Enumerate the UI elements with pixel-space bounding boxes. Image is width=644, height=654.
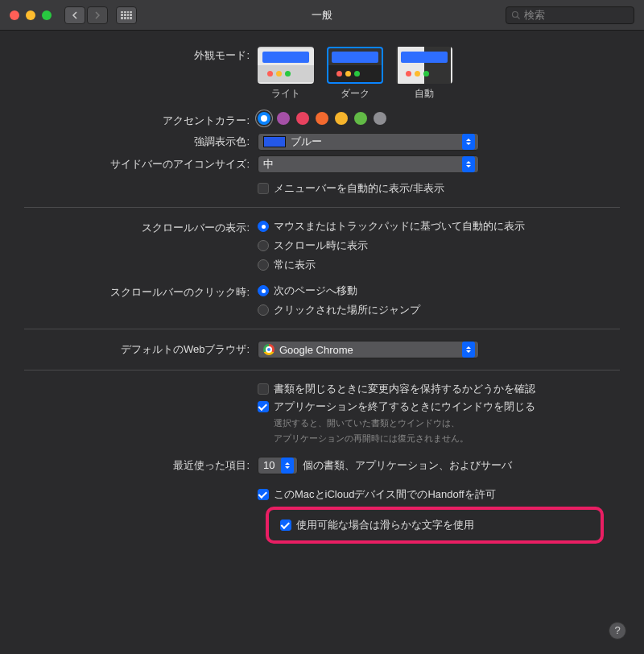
accent-color-1[interactable] <box>277 112 290 125</box>
menubar-autohide-label: メニューバーを自動的に表示/非表示 <box>274 181 444 196</box>
search-input[interactable]: 検索 <box>506 6 634 24</box>
scrollClick-radio-1[interactable] <box>258 304 269 316</box>
close-windows-hint1: 選択すると、開いていた書類とウインドウは、 <box>274 417 620 429</box>
scrollbar-show-label: スクロールバーの表示: <box>24 219 258 235</box>
highlight-label: 強調表示色: <box>24 133 258 149</box>
scrollShow-radio-2[interactable] <box>258 259 269 271</box>
grid-icon <box>121 11 132 19</box>
accent-color-0[interactable] <box>258 112 270 125</box>
back-button[interactable] <box>64 6 85 24</box>
scrollShow-radio-0[interactable] <box>258 221 269 232</box>
recent-items-select[interactable]: 10 <box>258 457 298 474</box>
menubar-autohide-checkbox[interactable] <box>258 183 269 194</box>
ask-changes-label: 書類を閉じるときに変更内容を保持するかどうかを確認 <box>274 382 535 396</box>
accent-color-3[interactable] <box>316 112 328 125</box>
chevron-updown-icon <box>462 134 475 150</box>
forward-button[interactable] <box>87 6 108 24</box>
zoom-window-button[interactable] <box>42 10 52 20</box>
font-smoothing-checkbox[interactable] <box>280 519 291 531</box>
chevron-updown-icon <box>281 457 294 474</box>
titlebar: 一般 検索 <box>0 0 644 31</box>
appearance-option-light[interactable]: ライト <box>258 47 314 101</box>
chrome-icon <box>263 344 275 355</box>
close-windows-label: アプリケーションを終了するときにウインドウを閉じる <box>274 399 535 414</box>
svg-point-0 <box>513 11 518 17</box>
close-windows-checkbox[interactable] <box>258 401 269 412</box>
highlight-color-select[interactable]: ブルー <box>258 133 479 151</box>
appearance-option-auto[interactable]: 自動 <box>396 47 452 101</box>
chevron-updown-icon <box>462 341 475 358</box>
default-browser-select[interactable]: Google Chrome <box>258 341 479 358</box>
scrollbar-click-label: スクロールバーのクリック時: <box>24 284 258 300</box>
appearance-options: ライトダーク自動 <box>258 47 620 101</box>
window-controls <box>10 10 52 20</box>
handoff-label: このMacとiCloudデバイス間でのHandoffを許可 <box>274 487 496 502</box>
handoff-checkbox[interactable] <box>258 489 269 500</box>
recent-label: 最近使った項目: <box>24 457 258 473</box>
minimize-window-button[interactable] <box>26 10 35 20</box>
svg-line-1 <box>518 16 520 19</box>
scrollClick-radio-0[interactable] <box>258 285 269 296</box>
font-smoothing-label: 使用可能な場合は滑らかな文字を使用 <box>296 518 474 532</box>
accent-color-5[interactable] <box>354 112 367 125</box>
ask-changes-checkbox[interactable] <box>258 383 269 395</box>
accent-color-2[interactable] <box>296 112 309 125</box>
appearance-label: 外観モード: <box>24 47 258 63</box>
close-windows-hint2: アプリケーションの再開時には復元されません。 <box>274 433 620 445</box>
recent-suffix: 個の書類、アプリケーション、およびサーバ <box>303 458 512 473</box>
highlighted-section: 使用可能な場合は滑らかな文字を使用 <box>266 507 604 544</box>
show-all-button[interactable] <box>116 6 137 24</box>
browser-label: デフォルトのWebブラウザ: <box>24 341 258 357</box>
accent-color-4[interactable] <box>335 112 348 125</box>
sidebar-icon-label: サイドバーのアイコンサイズ: <box>24 155 258 172</box>
scrollShow-radio-1[interactable] <box>258 240 269 251</box>
accent-color-6[interactable] <box>374 112 386 125</box>
close-window-button[interactable] <box>10 10 19 20</box>
sidebar-icon-size-select[interactable]: 中 <box>258 155 479 173</box>
accent-label: アクセントカラー: <box>24 112 258 128</box>
search-placeholder: 検索 <box>524 8 545 23</box>
accent-color-picker <box>258 112 620 125</box>
search-icon <box>511 10 521 20</box>
highlight-swatch <box>263 136 286 147</box>
appearance-option-dark[interactable]: ダーク <box>327 47 383 101</box>
help-button[interactable]: ? <box>609 622 626 640</box>
chevron-updown-icon <box>462 156 475 172</box>
